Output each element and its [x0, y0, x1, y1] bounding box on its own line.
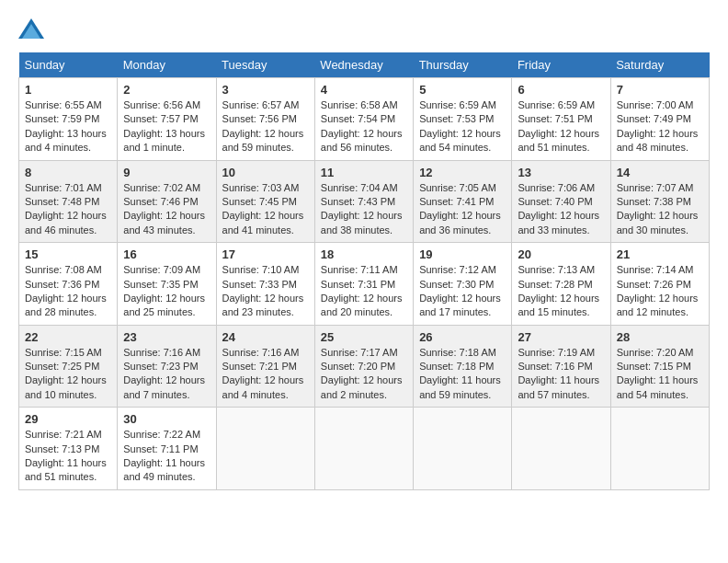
day-number: 14: [617, 166, 703, 179]
calendar-cell: 15 Sunrise: 7:08 AM Sunset: 7:36 PM Dayl…: [19, 243, 118, 326]
daylight-label: Daylight: 13 hours and 1 minute.: [123, 128, 205, 153]
sunset-label: Sunset: 7:28 PM: [518, 279, 592, 290]
sunset-label: Sunset: 7:36 PM: [25, 279, 99, 290]
sunrise-label: Sunrise: 7:02 AM: [123, 182, 200, 193]
day-number: 30: [123, 412, 210, 426]
header: [18, 18, 710, 39]
day-number: 2: [123, 83, 210, 97]
daylight-label: Daylight: 12 hours and 59 minutes.: [222, 128, 304, 153]
daylight-label: Daylight: 12 hours and 46 minutes.: [25, 210, 107, 235]
day-info: Sunrise: 7:16 AM Sunset: 7:21 PM Dayligh…: [222, 346, 309, 403]
daylight-label: Daylight: 11 hours and 54 minutes.: [617, 374, 699, 399]
calendar-header-sunday: Sunday: [19, 52, 118, 78]
day-number: 15: [25, 247, 111, 261]
calendar-cell: 16 Sunrise: 7:09 AM Sunset: 7:35 PM Dayl…: [118, 243, 216, 326]
calendar-cell: 25 Sunrise: 7:17 AM Sunset: 7:20 PM Dayl…: [314, 325, 413, 408]
day-info: Sunrise: 6:58 AM Sunset: 7:54 PM Dayligh…: [321, 98, 407, 155]
sunrise-label: Sunrise: 7:09 AM: [123, 264, 200, 275]
calendar-header-saturday: Saturday: [610, 52, 709, 78]
sunrise-label: Sunrise: 7:12 AM: [419, 264, 496, 275]
calendar-cell: 2 Sunrise: 6:56 AM Sunset: 7:57 PM Dayli…: [118, 78, 216, 161]
calendar-week-row: 15 Sunrise: 7:08 AM Sunset: 7:36 PM Dayl…: [19, 243, 710, 326]
logo-icon: [18, 18, 44, 39]
day-info: Sunrise: 7:22 AM Sunset: 7:11 PM Dayligh…: [123, 428, 210, 485]
day-number: 17: [222, 247, 309, 261]
day-info: Sunrise: 7:03 AM Sunset: 7:45 PM Dayligh…: [222, 181, 309, 238]
calendar-week-row: 8 Sunrise: 7:01 AM Sunset: 7:48 PM Dayli…: [19, 160, 710, 243]
day-info: Sunrise: 6:56 AM Sunset: 7:57 PM Dayligh…: [123, 98, 210, 155]
daylight-label: Daylight: 12 hours and 36 minutes.: [419, 210, 501, 235]
calendar-cell: 1 Sunrise: 6:55 AM Sunset: 7:59 PM Dayli…: [19, 78, 118, 161]
day-number: 7: [617, 83, 703, 97]
calendar-cell: 30 Sunrise: 7:22 AM Sunset: 7:11 PM Dayl…: [118, 408, 216, 490]
day-number: 4: [321, 83, 407, 97]
sunrise-label: Sunrise: 7:16 AM: [222, 347, 300, 358]
day-info: Sunrise: 7:16 AM Sunset: 7:23 PM Dayligh…: [123, 346, 210, 403]
day-info: Sunrise: 6:59 AM Sunset: 7:51 PM Dayligh…: [518, 98, 604, 155]
calendar-cell: 11 Sunrise: 7:04 AM Sunset: 7:43 PM Dayl…: [314, 160, 413, 243]
calendar-table: SundayMondayTuesdayWednesdayThursdayFrid…: [18, 52, 710, 490]
sunset-label: Sunset: 7:51 PM: [518, 113, 592, 124]
sunrise-label: Sunrise: 6:58 AM: [321, 99, 398, 110]
day-number: 21: [617, 247, 703, 261]
sunset-label: Sunset: 7:49 PM: [617, 113, 691, 124]
day-number: 26: [419, 330, 506, 344]
daylight-label: Daylight: 12 hours and 51 minutes.: [518, 128, 599, 153]
day-number: 6: [518, 83, 604, 97]
day-info: Sunrise: 7:18 AM Sunset: 7:18 PM Dayligh…: [419, 346, 506, 403]
sunset-label: Sunset: 7:21 PM: [222, 361, 297, 372]
calendar-cell: 22 Sunrise: 7:15 AM Sunset: 7:25 PM Dayl…: [19, 325, 118, 408]
sunset-label: Sunset: 7:35 PM: [123, 279, 198, 290]
day-info: Sunrise: 7:11 AM Sunset: 7:31 PM Dayligh…: [321, 263, 407, 320]
day-info: Sunrise: 7:15 AM Sunset: 7:25 PM Dayligh…: [25, 346, 111, 403]
sunset-label: Sunset: 7:54 PM: [321, 113, 395, 124]
daylight-label: Daylight: 12 hours and 10 minutes.: [25, 374, 107, 399]
daylight-label: Daylight: 12 hours and 4 minutes.: [222, 374, 304, 399]
calendar-header-monday: Monday: [118, 52, 216, 78]
sunrise-label: Sunrise: 7:13 AM: [518, 264, 595, 275]
calendar-cell: 12 Sunrise: 7:05 AM Sunset: 7:41 PM Dayl…: [414, 160, 512, 243]
calendar-header-tuesday: Tuesday: [216, 52, 314, 78]
sunrise-label: Sunrise: 6:59 AM: [419, 99, 496, 110]
daylight-label: Daylight: 12 hours and 2 minutes.: [321, 374, 403, 399]
day-number: 12: [419, 166, 506, 179]
day-info: Sunrise: 7:00 AM Sunset: 7:49 PM Dayligh…: [617, 98, 703, 155]
calendar-cell: 17 Sunrise: 7:10 AM Sunset: 7:33 PM Dayl…: [216, 243, 314, 326]
day-number: 18: [321, 247, 407, 261]
daylight-label: Daylight: 12 hours and 17 minutes.: [419, 293, 501, 317]
daylight-label: Daylight: 12 hours and 38 minutes.: [321, 210, 403, 235]
calendar-cell: 5 Sunrise: 6:59 AM Sunset: 7:53 PM Dayli…: [414, 78, 512, 161]
sunset-label: Sunset: 7:30 PM: [419, 279, 494, 290]
sunset-label: Sunset: 7:56 PM: [222, 113, 297, 124]
day-info: Sunrise: 7:21 AM Sunset: 7:13 PM Dayligh…: [25, 428, 111, 485]
sunrise-label: Sunrise: 7:10 AM: [222, 264, 300, 275]
sunset-label: Sunset: 7:11 PM: [123, 443, 198, 454]
sunset-label: Sunset: 7:46 PM: [123, 196, 198, 207]
day-number: 9: [123, 166, 210, 179]
daylight-label: Daylight: 12 hours and 48 minutes.: [617, 128, 699, 153]
daylight-label: Daylight: 12 hours and 23 minutes.: [222, 293, 304, 317]
daylight-label: Daylight: 12 hours and 20 minutes.: [321, 293, 403, 317]
sunrise-label: Sunrise: 7:01 AM: [25, 182, 102, 193]
calendar-header-friday: Friday: [512, 52, 610, 78]
sunrise-label: Sunrise: 7:03 AM: [222, 182, 300, 193]
day-info: Sunrise: 7:14 AM Sunset: 7:26 PM Dayligh…: [617, 263, 703, 320]
day-info: Sunrise: 7:09 AM Sunset: 7:35 PM Dayligh…: [123, 263, 210, 320]
daylight-label: Daylight: 12 hours and 33 minutes.: [518, 210, 599, 235]
day-info: Sunrise: 7:01 AM Sunset: 7:48 PM Dayligh…: [25, 181, 111, 238]
day-info: Sunrise: 7:02 AM Sunset: 7:46 PM Dayligh…: [123, 181, 210, 238]
calendar-cell: 18 Sunrise: 7:11 AM Sunset: 7:31 PM Dayl…: [314, 243, 413, 326]
day-number: 24: [222, 330, 309, 344]
sunset-label: Sunset: 7:26 PM: [617, 279, 691, 290]
daylight-label: Daylight: 12 hours and 25 minutes.: [123, 293, 205, 317]
logo: [18, 18, 48, 39]
calendar-week-row: 22 Sunrise: 7:15 AM Sunset: 7:25 PM Dayl…: [19, 325, 710, 408]
daylight-label: Daylight: 13 hours and 4 minutes.: [25, 128, 107, 153]
day-info: Sunrise: 6:59 AM Sunset: 7:53 PM Dayligh…: [419, 98, 506, 155]
sunrise-label: Sunrise: 7:00 AM: [617, 99, 694, 110]
sunrise-label: Sunrise: 7:15 AM: [25, 347, 102, 358]
day-number: 27: [518, 330, 604, 344]
calendar-cell: 6 Sunrise: 6:59 AM Sunset: 7:51 PM Dayli…: [512, 78, 610, 161]
sunrise-label: Sunrise: 7:17 AM: [321, 347, 398, 358]
daylight-label: Daylight: 11 hours and 57 minutes.: [518, 374, 599, 399]
